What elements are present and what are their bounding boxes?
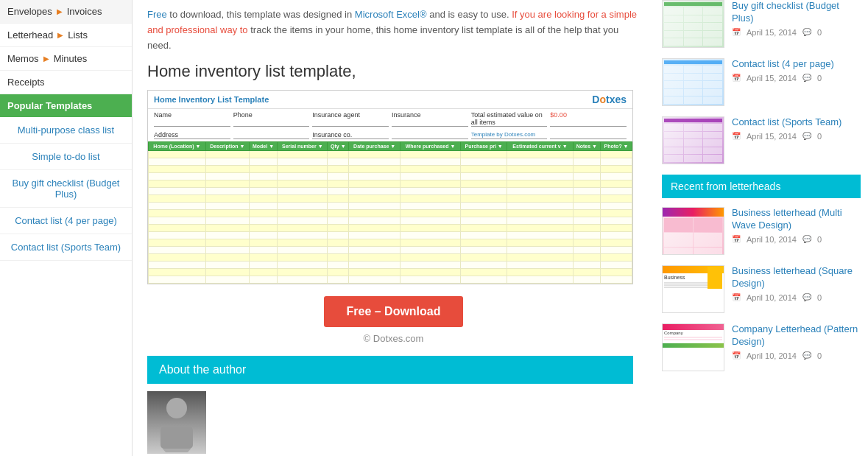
table-cell: [278, 225, 328, 232]
free-download-button[interactable]: Free – Download: [324, 296, 462, 327]
table-cell: [249, 232, 277, 239]
sidebar-item-todo[interactable]: Simple to-do list: [0, 144, 132, 170]
table-row: [149, 262, 632, 269]
right-thumb-lh2[interactable]: Business: [662, 265, 724, 313]
table-cell: [149, 254, 206, 262]
table-cell: [460, 247, 507, 254]
table-cell: [601, 239, 632, 247]
right-thumb-lh1[interactable]: [662, 207, 724, 255]
table-cell: [328, 217, 349, 225]
table-cell: [278, 173, 328, 180]
right-item-gift-title[interactable]: Buy gift checklist (Budget Plus): [732, 0, 861, 25]
table-cell: [601, 269, 632, 276]
right-item-contact4-title[interactable]: Contact list (4 per page): [732, 58, 861, 71]
right-item-lh1: Business letterhead (Multi Wave Design) …: [662, 207, 861, 255]
table-cell: [401, 217, 461, 225]
col-where: Where purchased ▼: [401, 142, 461, 151]
table-cell: [328, 158, 349, 166]
table-cell: [401, 232, 461, 239]
right-item-contact4-info: Contact list (4 per page) 📅 April 15, 20…: [732, 58, 861, 83]
table-cell: [278, 239, 328, 247]
calendar-icon: 📅: [732, 28, 741, 36]
right-item-sports-title[interactable]: Contact list (Sports Team): [732, 116, 861, 129]
table-cell: [573, 276, 601, 284]
table-cell: [205, 180, 249, 188]
table-cell: [349, 151, 401, 158]
table-cell: [573, 158, 601, 166]
table-cell: [460, 217, 507, 225]
right-thumb-contact4[interactable]: [662, 58, 724, 106]
comment-icon-6: 💬: [802, 351, 811, 359]
table-cell: [507, 217, 573, 225]
sidebar-item-multipurpose[interactable]: Multi-purpose class list: [0, 117, 132, 144]
table-cell: [278, 254, 328, 262]
table-cell: [573, 203, 601, 210]
nav-envelopes-invoices[interactable]: Envelopes ▶ Invoices: [0, 0, 132, 24]
table-cell: [601, 180, 632, 188]
table-row: [149, 173, 632, 180]
svg-rect-2: [160, 427, 193, 449]
table-cell: [249, 151, 277, 158]
table-cell: [249, 210, 277, 217]
table-cell: [601, 173, 632, 180]
right-item-lh3-title[interactable]: Company Letterhead (Pattern Design): [732, 323, 861, 348]
right-item-gift-info: Buy gift checklist (Budget Plus) 📅 April…: [732, 0, 861, 37]
table-cell: [460, 276, 507, 284]
letterhead-items-list: Business letterhead (Multi Wave Design) …: [662, 207, 861, 371]
table-cell: [573, 225, 601, 232]
right-thumb-sports[interactable]: [662, 116, 724, 164]
col-date: Date purchase ▼: [349, 142, 401, 151]
nav-letterhead-lists[interactable]: Letterhead ▶ Lists: [0, 24, 132, 47]
table-cell: [573, 247, 601, 254]
table-cell: [401, 188, 461, 195]
table-cell: [507, 247, 573, 254]
table-cell: [401, 269, 461, 276]
sidebar-item-contact4[interactable]: Contact list (4 per page): [0, 208, 132, 234]
nav-arrow-icon: ▶: [57, 7, 63, 15]
table-cell: [349, 247, 401, 254]
left-sidebar: Envelopes ▶ Invoices Letterhead ▶ Lists …: [0, 0, 133, 456]
table-cell: [601, 217, 632, 225]
table-cell: [460, 254, 507, 262]
right-thumb-lh3[interactable]: Company: [662, 323, 724, 371]
table-cell: [601, 210, 632, 217]
sidebar-item-contact-sports[interactable]: Contact list (Sports Team): [0, 234, 132, 261]
table-cell: [149, 195, 206, 203]
table-cell: [401, 195, 461, 203]
table-cell: [149, 247, 206, 254]
info-cell-empty2: [550, 131, 627, 139]
table-cell: [249, 262, 277, 269]
right-item-lh3-meta: 📅 April 10, 2014 💬 0: [732, 351, 861, 360]
contact4-comments: 0: [817, 74, 822, 83]
author-photo: [147, 391, 206, 454]
info-cell-insurance-co: Insurance co.: [312, 131, 389, 139]
sidebar-item-gift[interactable]: Buy gift checklist (Budget Plus): [0, 170, 132, 208]
right-item-contact4: Contact list (4 per page) 📅 April 15, 20…: [662, 58, 861, 106]
gift-date: April 15, 2014: [747, 28, 797, 37]
table-cell: [328, 254, 349, 262]
table-row: [149, 180, 632, 188]
table-cell: [205, 166, 249, 173]
table-cell: [278, 269, 328, 276]
table-cell: [401, 166, 461, 173]
right-thumb-gift[interactable]: [662, 0, 724, 48]
table-cell: [149, 166, 206, 173]
info-cell-ins2: [392, 131, 468, 139]
table-cell: [573, 173, 601, 180]
nav-receipts[interactable]: Receipts: [0, 71, 132, 94]
table-cell: [328, 166, 349, 173]
table-cell: [149, 158, 206, 166]
col-serial: Serial number ▼: [278, 142, 328, 151]
table-cell: [328, 188, 349, 195]
nav-memos-minutes[interactable]: Memos ▶ Minutes: [0, 47, 132, 71]
table-cell: [349, 188, 401, 195]
calendar-icon-2: 📅: [732, 74, 741, 82]
right-item-lh1-title[interactable]: Business letterhead (Multi Wave Design): [732, 207, 861, 232]
table-cell: [460, 173, 507, 180]
table-cell: [149, 210, 206, 217]
table-row: [149, 276, 632, 284]
right-item-lh2-title[interactable]: Business letterhead (Square Design): [732, 265, 861, 290]
table-cell: [601, 225, 632, 232]
table-cell: [507, 210, 573, 217]
table-cell: [573, 239, 601, 247]
